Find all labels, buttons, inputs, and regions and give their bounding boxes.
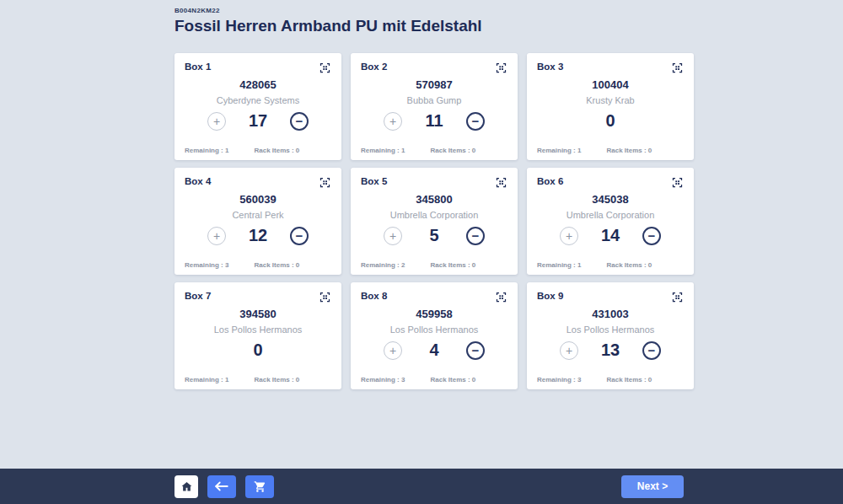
scan-barcode-icon[interactable] [495,176,507,189]
scan-barcode-icon[interactable] [319,62,331,74]
card-header: Box 2 [361,62,507,74]
plus-button[interactable]: + [207,227,226,245]
box-card: Box 4 560039 Central Perk + 12 [175,168,341,275]
home-icon [180,480,193,493]
page: B004N2KM22 Fossil Herren Armband PU mit … [0,0,843,504]
minus-icon: − [296,229,303,242]
card-header: Box 5 [361,176,507,189]
box-grid: Box 1 428065 Cyberdyne Systems + [175,53,694,389]
box-controls: + 4 − [361,335,507,360]
box-label: Box 6 [537,176,563,186]
scan-barcode-icon[interactable] [671,291,684,303]
box-code: 560039 [185,193,331,206]
minus-button[interactable]: − [466,227,485,245]
box-code: 428065 [185,78,331,91]
card-header: Box 9 [537,291,684,303]
box-label: Box 5 [361,176,387,186]
back-button[interactable] [207,475,236,498]
box-label: Box 3 [537,62,563,72]
box-code: 459958 [361,308,507,320]
next-button[interactable]: Next > [621,475,684,498]
box-code: 394580 [185,308,331,320]
minus-button[interactable]: − [642,341,661,360]
cart-button[interactable] [245,475,274,498]
box-controls: + 5 − [361,220,507,245]
scan-barcode-icon[interactable] [671,176,684,189]
rack-items-text: Rack Items : 0 [254,147,299,154]
rack-items-text: Rack Items : 0 [606,261,652,269]
box-card: Box 5 345800 Umbrella Corporation + [351,168,518,275]
plus-icon: + [213,230,220,242]
rack-items-text: Rack Items : 0 [430,376,475,383]
box-stats: Remaining : 1 Rack Items : 0 [361,147,507,154]
box-card: Box 8 459958 Los Pollos Hermanos + [351,282,518,389]
box-code: 570987 [361,78,507,91]
rack-items-text: Rack Items : 0 [430,147,475,154]
box-controls: + 14 − [537,220,684,245]
remaining-text: Remaining : 1 [361,147,405,154]
box-label: Box 8 [361,291,387,301]
box-stats: Remaining : 3 Rack Items : 0 [361,376,507,383]
box-stats: Remaining : 1 Rack Items : 0 [185,147,331,154]
card-header: Box 3 [537,62,684,74]
box-code: 431003 [537,308,684,320]
box-count: 5 [429,226,438,245]
plus-button[interactable]: + [560,227,578,245]
card-header: Box 6 [537,176,684,189]
box-count: 13 [601,340,620,360]
box-count: 12 [249,226,267,245]
box-count: 14 [601,226,620,245]
page-title: Fossil Herren Armband PU mit Edelstahl [175,17,694,35]
plus-icon: + [566,345,572,357]
plus-button[interactable]: + [207,112,226,131]
minus-icon: − [648,229,656,242]
plus-icon: + [389,115,396,127]
plus-icon: + [566,230,572,242]
box-card: Box 9 431003 Los Pollos Hermanos + [527,282,694,389]
minus-button[interactable]: − [466,341,485,360]
company-name: Umbrella Corporation [361,210,507,220]
box-stats: Remaining : 2 Rack Items : 0 [361,261,507,269]
company-name: Central Perk [185,210,331,220]
rack-items-text: Rack Items : 0 [430,261,475,269]
plus-button[interactable]: + [384,341,402,360]
box-controls: + 11 − [361,105,507,131]
box-card: Box 6 345038 Umbrella Corporation + [527,168,694,275]
box-code: 345800 [361,193,507,206]
box-count: 0 [253,340,262,360]
scan-barcode-icon[interactable] [495,62,507,74]
minus-button[interactable]: − [290,227,309,245]
plus-icon: + [213,115,220,127]
scan-barcode-icon[interactable] [495,291,507,303]
company-name: Umbrella Corporation [537,210,684,220]
minus-icon: − [472,115,480,127]
minus-button[interactable]: − [466,112,485,131]
box-stats: Remaining : 1 Rack Items : 0 [537,147,684,154]
plus-icon: + [389,230,396,242]
rack-items-text: Rack Items : 0 [606,147,652,154]
home-button[interactable] [175,475,198,498]
minus-button[interactable]: − [290,112,309,131]
box-count: 11 [425,111,443,131]
box-label: Box 4 [185,176,211,186]
plus-button[interactable]: + [560,341,578,360]
toolbar-inner: Next > [175,475,694,498]
scan-barcode-icon[interactable] [319,176,331,189]
box-stats: Remaining : 3 Rack Items : 0 [537,376,684,383]
company-name: Krusty Krab [537,95,684,105]
company-name: Los Pollos Hermanos [537,324,684,335]
plus-button[interactable]: + [384,227,402,245]
box-count: 0 [605,111,615,131]
box-card: Box 2 570987 Bubba Gump + 11 [351,53,518,160]
box-code: 345038 [537,193,684,206]
box-controls: + 13 − [537,335,684,360]
box-count: 4 [429,340,438,360]
plus-icon: + [389,345,396,357]
card-header: Box 8 [361,291,507,303]
remaining-text: Remaining : 3 [361,376,405,383]
scan-barcode-icon[interactable] [319,291,331,303]
card-header: Box 7 [185,291,331,303]
minus-button[interactable]: − [642,227,661,245]
scan-barcode-icon[interactable] [671,62,684,74]
plus-button[interactable]: + [384,112,402,131]
